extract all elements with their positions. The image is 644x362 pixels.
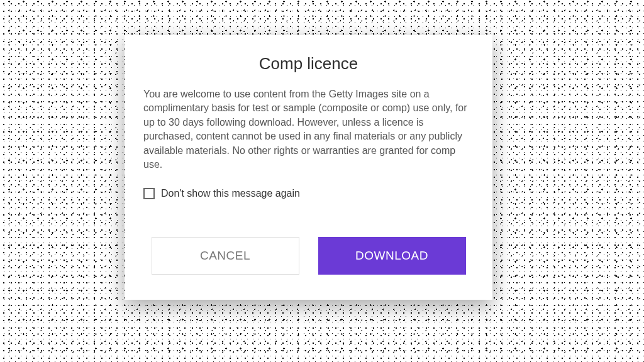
comp-licence-modal: Comp licence You are welcome to use cont… bbox=[125, 35, 492, 300]
download-button[interactable]: DOWNLOAD bbox=[318, 237, 466, 275]
modal-button-row: CANCEL DOWNLOAD bbox=[143, 237, 474, 275]
dont-show-checkbox[interactable] bbox=[143, 188, 155, 199]
modal-title: Comp licence bbox=[143, 54, 474, 74]
dont-show-row: Don't show this message again bbox=[143, 188, 474, 199]
modal-body-text: You are welcome to use content from the … bbox=[143, 87, 474, 172]
cancel-button[interactable]: CANCEL bbox=[152, 237, 299, 275]
dont-show-label[interactable]: Don't show this message again bbox=[161, 188, 300, 199]
